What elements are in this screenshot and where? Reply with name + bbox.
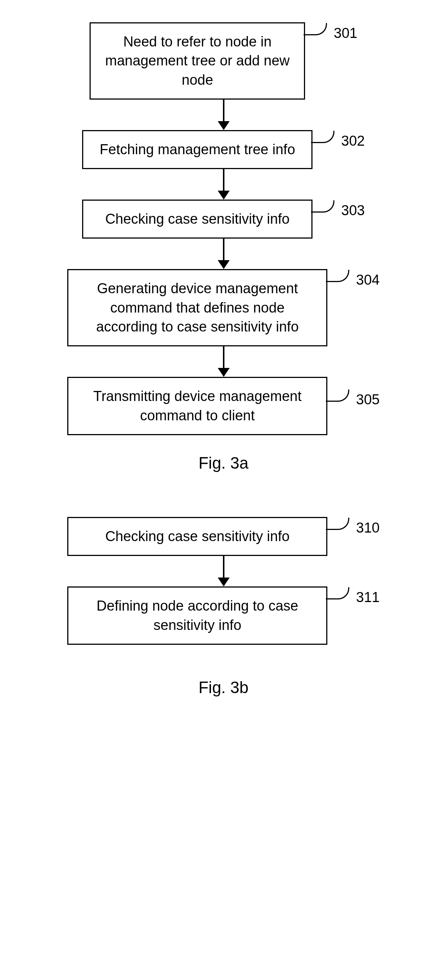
step-305-box: Transmitting device management command t… — [67, 377, 327, 435]
step-304-row: Generating device management command tha… — [67, 269, 379, 346]
step-302-box: Fetching management tree info — [82, 130, 312, 169]
step-310-label-wrap: 310 — [326, 520, 379, 536]
step-304-label-wrap: 304 — [326, 272, 379, 288]
step-305-num: 305 — [356, 392, 379, 408]
step-302-text: Fetching management tree info — [100, 142, 295, 157]
step-303-label-wrap: 303 — [311, 202, 364, 218]
arrow-down-icon — [218, 556, 230, 586]
step-305-text: Transmitting device management command t… — [93, 388, 301, 423]
flowchart-fig-3b: Checking case sensitivity info 310 Defin… — [15, 517, 432, 697]
step-301-text: Need to refer to node in management tree… — [105, 34, 290, 88]
step-304-num: 304 — [356, 272, 379, 288]
leader-line-icon — [326, 518, 349, 530]
arrow-down-icon — [218, 169, 230, 200]
step-310-box: Checking case sensitivity info — [67, 517, 327, 556]
step-301-box: Need to refer to node in management tree… — [89, 22, 305, 100]
step-303-row: Checking case sensitivity info 303 — [82, 200, 364, 239]
step-301-num: 301 — [334, 25, 357, 41]
step-310-num: 310 — [356, 520, 379, 536]
step-303-num: 303 — [341, 202, 364, 218]
arrow-down-icon — [218, 239, 230, 269]
leader-line-icon — [311, 131, 334, 143]
step-310-row: Checking case sensitivity info 310 — [67, 517, 379, 556]
step-311-num: 311 — [356, 589, 379, 605]
step-304-text: Generating device management command tha… — [96, 281, 299, 334]
leader-line-icon — [304, 23, 327, 35]
arrow-down-icon — [218, 100, 230, 130]
step-303-text: Checking case sensitivity info — [105, 211, 290, 227]
step-302-num: 302 — [341, 133, 364, 149]
flowchart-fig-3a: Need to refer to node in management tree… — [15, 22, 432, 473]
step-311-label-wrap: 311 — [326, 589, 379, 605]
step-310-text: Checking case sensitivity info — [105, 528, 290, 544]
step-305-row: Transmitting device management command t… — [67, 377, 379, 435]
leader-line-icon — [326, 587, 349, 600]
step-311-box: Defining node according to case sensitiv… — [67, 586, 327, 645]
leader-line-icon — [326, 390, 349, 402]
step-311-text: Defining node according to case sensitiv… — [97, 598, 298, 633]
fig-3a-caption: Fig. 3a — [199, 454, 248, 473]
leader-line-icon — [326, 270, 349, 282]
step-305-label-wrap: 305 — [326, 392, 379, 408]
step-301-label-wrap: 301 — [304, 25, 357, 41]
fig-3b-caption: Fig. 3b — [199, 678, 248, 697]
step-311-row: Defining node according to case sensitiv… — [67, 586, 379, 645]
leader-line-icon — [311, 200, 334, 213]
step-303-box: Checking case sensitivity info — [82, 200, 312, 239]
step-302-row: Fetching management tree info 302 — [82, 130, 364, 169]
step-304-box: Generating device management command tha… — [67, 269, 327, 346]
step-302-label-wrap: 302 — [311, 133, 364, 149]
step-301-row: Need to refer to node in management tree… — [89, 22, 357, 100]
arrow-down-icon — [218, 346, 230, 377]
